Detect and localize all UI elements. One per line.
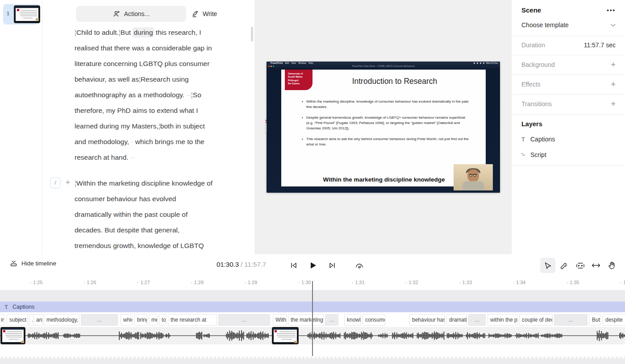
- webcam-overlay[interactable]: [454, 164, 493, 190]
- ai-actions-icon: [112, 10, 121, 18]
- slide-bullet: This research aims to ask the why behind…: [302, 136, 471, 147]
- more-options-button[interactable]: •••: [607, 7, 616, 13]
- caption-gap-segment[interactable]: ...: [325, 314, 338, 326]
- add-effect-button[interactable]: +: [611, 79, 616, 89]
- add-block-button[interactable]: +: [63, 177, 73, 188]
- add-transition-button[interactable]: +: [611, 99, 616, 109]
- actions-button[interactable]: Actions...: [76, 6, 186, 22]
- script-line: research at hand. ··: [75, 149, 235, 165]
- hide-timeline-icon: [10, 260, 17, 267]
- caption-word-segment[interactable]: the research at: [168, 314, 217, 326]
- ruler-tick: [513, 282, 514, 284]
- text-layer-icon: T: [521, 136, 530, 143]
- skip-forward-button[interactable]: [325, 258, 340, 273]
- caption-word-segment[interactable]: me: [149, 314, 158, 326]
- slide-bullet: Within the marketing discipline, knowled…: [302, 99, 471, 110]
- playback-speed-button[interactable]: [352, 258, 367, 273]
- caption-word-segment[interactable]: couple of decades: [519, 314, 553, 326]
- script-scrollbar[interactable]: [251, 27, 253, 41]
- video-preview[interactable]: PowerPointEditViewWindowHelp Wed 22 Dec …: [267, 62, 500, 193]
- caption-word-segment[interactable]: But: [589, 314, 600, 326]
- hand-tool-button[interactable]: [604, 258, 619, 273]
- timeline-toolbar: Hide timeline 01:30.3/11:57.7: [0, 254, 625, 277]
- video-clip-thumbnail[interactable]: [272, 327, 298, 344]
- skip-forward-icon: [329, 262, 336, 269]
- playback-speed-icon: [355, 262, 364, 269]
- scene-list-sidebar: 1: [0, 0, 42, 254]
- effects-row[interactable]: Effects +: [512, 79, 625, 90]
- ruler-label: 1:32: [408, 280, 418, 285]
- write-quill-icon: [191, 10, 199, 18]
- skip-back-button[interactable]: [286, 258, 301, 273]
- scene-item-1[interactable]: 1: [3, 4, 39, 25]
- caption-word-segment[interactable]: in: [0, 314, 4, 326]
- pointer-tool-button[interactable]: [540, 258, 555, 273]
- caption-gap-segment[interactable]: ...: [81, 314, 118, 326]
- ruler-tick: [567, 282, 567, 284]
- caption-word-segment[interactable]: behaviour has e: [409, 314, 445, 326]
- canvas-preview-area: PowerPointEditViewWindowHelp Wed 22 Dec …: [254, 0, 511, 254]
- script-line: behaviour, as well as¦Research using: [75, 71, 235, 87]
- razor-tool-button[interactable]: [556, 258, 571, 273]
- ruler-tick: [621, 282, 621, 284]
- caption-word-segment[interactable]: knowledge: [344, 314, 361, 326]
- choose-template-row[interactable]: Choose template: [512, 19, 625, 31]
- slide-bullet: Despite general tremendous growth, knowl…: [302, 115, 471, 131]
- captions-track-icon: T: [4, 304, 8, 310]
- caption-word-segment[interactable]: the marketing discipline: [288, 314, 324, 326]
- script-line: decades. But despite that general,: [75, 222, 235, 238]
- script-line: ¦Child to adult.¦But during this researc…: [75, 25, 235, 40]
- play-icon: [310, 262, 317, 269]
- layer-script[interactable]: “⌐ Script: [512, 149, 625, 161]
- caption-word-segment[interactable]: within the past: [488, 314, 518, 326]
- caption-word-segment[interactable]: subject: [7, 314, 28, 326]
- write-label: Write: [203, 10, 217, 17]
- horizontal-resize-icon: [592, 263, 600, 268]
- caption-word-segment[interactable]: despite: [603, 314, 625, 326]
- write-button[interactable]: Write: [191, 6, 217, 22]
- script-line: ¦Within the marketing discipline knowled…: [75, 175, 235, 191]
- transitions-row[interactable]: Transitions +: [512, 98, 625, 110]
- resize-tool-button[interactable]: [588, 258, 604, 273]
- script-paragraph-1[interactable]: ¦Child to adult.¦But during this researc…: [75, 25, 235, 165]
- ruler-tick: [30, 282, 31, 284]
- video-clip-thumbnail[interactable]: [1, 327, 25, 344]
- caption-word-segment[interactable]: which: [121, 314, 133, 326]
- chevron-down-icon: [611, 24, 616, 27]
- ruler-tick: [460, 282, 460, 284]
- caption-gap-segment[interactable]: ...: [554, 314, 588, 326]
- caption-word-segment[interactable]: to: [159, 314, 166, 326]
- caption-gap-segment[interactable]: ...: [468, 314, 486, 326]
- script-line: learned during my Masters,¦both in subje…: [75, 118, 235, 134]
- caption-word-segment[interactable]: dramatically: [446, 314, 467, 326]
- caption-gap-segment[interactable]: ...: [218, 314, 270, 326]
- scene-properties-panel: Scene ••• Choose template Duration 11:57…: [511, 0, 625, 254]
- ruler-label: 1:34: [516, 280, 525, 285]
- caption-word-segment[interactable]: and: [33, 314, 43, 326]
- current-time: 01:30.3: [217, 261, 239, 268]
- caption-word-segment[interactable]: Within: [273, 314, 287, 326]
- caption-word-segment[interactable]: consumer: [362, 314, 385, 326]
- ruler-label: 1:36: [623, 280, 625, 285]
- ruler-label: 1:30: [301, 280, 311, 285]
- burned-in-caption[interactable]: Within the marketing discipline knowledg…: [299, 176, 469, 183]
- duration-value: 11:57.7 sec: [584, 41, 616, 49]
- add-background-button[interactable]: +: [611, 60, 616, 70]
- playhead[interactable]: [312, 281, 313, 356]
- hide-timeline-button[interactable]: Hide timeline: [10, 260, 56, 267]
- script-line: tremendous growth, knowledge of LGBTQ: [75, 238, 235, 253]
- layer-captions[interactable]: T Captions: [512, 133, 625, 145]
- ruler-tick: [84, 282, 84, 284]
- background-row[interactable]: Background +: [512, 59, 625, 70]
- script-line: and methodology, · which brings me to th…: [75, 134, 235, 149]
- slash-command-button[interactable]: /: [50, 178, 61, 188]
- ruler-tick: [138, 282, 138, 284]
- play-button[interactable]: [305, 258, 321, 273]
- ruler-label: 1:33: [462, 280, 472, 285]
- composition-end-strip: [0, 356, 625, 364]
- ruler-tick: [299, 282, 299, 284]
- script-paragraph-2[interactable]: ¦Within the marketing discipline knowled…: [75, 175, 235, 253]
- trim-tool-button[interactable]: [573, 258, 588, 273]
- caption-word-segment[interactable]: methodology,: [44, 314, 79, 326]
- caption-word-segment[interactable]: brings: [134, 314, 147, 326]
